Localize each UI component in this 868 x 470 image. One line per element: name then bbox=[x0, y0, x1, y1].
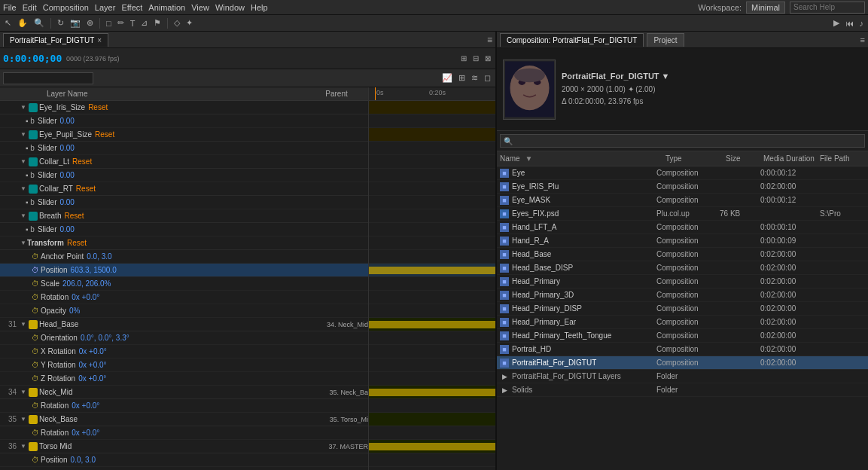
prop-eye-pupil-slider[interactable]: ▪ b Slider 0.00 bbox=[0, 142, 368, 155]
layer-search-input[interactable] bbox=[3, 72, 93, 84]
hb-zrot-sw[interactable]: ⏱ bbox=[32, 374, 39, 383]
proj-item-9[interactable]: ■ Head_Primary Composition 0:02:00:00 bbox=[497, 275, 868, 288]
proj-item-2[interactable]: ■ Eye_IRIS_Plu Composition 0:02:00:00 bbox=[497, 180, 868, 194]
timeline-tab[interactable]: PortraitFlat_For_DIGTUT × bbox=[3, 33, 108, 47]
tm-pos-sw[interactable]: ⏱ bbox=[32, 456, 39, 464]
anchor-stopwatch[interactable]: ⏱ bbox=[32, 252, 39, 261]
shape-tool[interactable]: ◇ bbox=[172, 18, 181, 28]
prop-hb-zrot[interactable]: ⏱ Z Rotation 0x +0.0° bbox=[0, 372, 368, 386]
brush-tool[interactable]: ⊿ bbox=[139, 18, 149, 28]
prop-collar-lt-slider[interactable]: ▪ b Slider 0.00 bbox=[0, 169, 368, 182]
prop-scale[interactable]: ⏱ Scale 206.0, 206.0% bbox=[0, 277, 368, 291]
layer-transform[interactable]: Transform Reset bbox=[0, 237, 368, 250]
layer-eye-pupil-size[interactable]: Eye_Pupil_Size Reset bbox=[0, 128, 368, 142]
proj-item-11[interactable]: ■ Head_Primary_DISP Composition 0:02:00:… bbox=[497, 302, 868, 316]
prop-hb-yrot[interactable]: ⏱ Y Rotation 0x +0.0° bbox=[0, 359, 368, 372]
hb-orient-sw[interactable]: ⏱ bbox=[32, 334, 39, 342]
prop-hb-orient[interactable]: ⏱ Orientation 0.0°, 0.0°, 3.3° bbox=[0, 331, 368, 345]
mask-tool[interactable]: □ bbox=[105, 19, 113, 28]
clone-tool[interactable]: ⚑ bbox=[152, 18, 163, 28]
tab-project[interactable]: Project bbox=[647, 33, 684, 47]
layer-neck-mid[interactable]: 34 Neck_Mid 35. Neck_Ba bbox=[0, 386, 368, 399]
prop-rotation[interactable]: ⏱ Rotation 0x +0.0° bbox=[0, 291, 368, 304]
preview-audio[interactable]: ♪ bbox=[858, 19, 866, 28]
proj-item-16[interactable]: ▶ PortraitFlat_For_DIGTUT Layers Folder bbox=[497, 370, 868, 383]
workspace-selector[interactable]: Minimal bbox=[746, 2, 785, 14]
proj-item-12[interactable]: ■ Head_Primary_Ear Composition 0:02:00:0… bbox=[497, 316, 868, 329]
layer-breath[interactable]: Breath Reset bbox=[0, 209, 368, 223]
zoom-tool[interactable]: 🔍 bbox=[32, 18, 46, 28]
tab-menu-button[interactable]: ≡ bbox=[487, 35, 492, 45]
transform-reset[interactable]: Reset bbox=[67, 239, 87, 247]
prop-anchor-point[interactable]: ⏱ Anchor Point 0.0, 3.0 bbox=[0, 250, 368, 264]
prop-opacity[interactable]: ⏱ Opacity 0% bbox=[0, 304, 368, 318]
timeline-ctrl-2[interactable]: ⊟ bbox=[471, 54, 480, 63]
timeline-ctrl-3[interactable]: ⊠ bbox=[483, 54, 492, 63]
layer-torso-mid[interactable]: 36 Torso Mid 37. MASTER bbox=[0, 440, 368, 453]
camera-tool[interactable]: 📷 bbox=[69, 18, 82, 28]
pen-tool[interactable]: ✏ bbox=[116, 18, 126, 28]
switches-btn[interactable]: ⊞ bbox=[457, 73, 467, 83]
eye-pupil-twist[interactable] bbox=[20, 131, 27, 139]
proj-item-1[interactable]: ■ Eye Composition 0:00:00:12 bbox=[497, 166, 868, 180]
torso-mid-twist[interactable] bbox=[20, 443, 27, 450]
proj-item-13[interactable]: ■ Head_Primary_Teeth_Tongue Composition … bbox=[497, 329, 868, 343]
motion-blur-btn[interactable]: ≋ bbox=[470, 73, 480, 83]
breath-reset[interactable]: Reset bbox=[64, 212, 84, 220]
prop-tm-pos[interactable]: ⏱ Position 0.0, 3.0 bbox=[0, 453, 368, 467]
layer-head-base[interactable]: 31 Head_Base 34. Neck_Mid bbox=[0, 318, 368, 331]
proj-item-15[interactable]: ■ PortraitFlat_For_DIGTUT Composition 0:… bbox=[497, 356, 868, 370]
menu-edit[interactable]: Edit bbox=[23, 3, 37, 12]
menu-layer[interactable]: Layer bbox=[95, 3, 116, 12]
eye-iris-reset[interactable]: Reset bbox=[88, 103, 108, 111]
prop-breath-slider[interactable]: ▪ b Slider 0.00 bbox=[0, 223, 368, 237]
prop-position[interactable]: ⏱ Position 603.3, 1500.0 bbox=[0, 264, 368, 277]
puppet-tool[interactable]: ✦ bbox=[184, 18, 194, 28]
project-search-input[interactable] bbox=[500, 134, 865, 148]
layer-collar-rt[interactable]: Collar_RT Reset bbox=[0, 182, 368, 196]
proj-item-8[interactable]: ■ Head_Base_DISP Composition 0:02:00:00 bbox=[497, 261, 868, 275]
menu-file[interactable]: File bbox=[3, 3, 17, 12]
prop-eye-iris-slider[interactable]: ▪ b Slider 0.00 bbox=[0, 114, 368, 128]
hb-xrot-sw[interactable]: ⏱ bbox=[32, 347, 39, 356]
proj-item-4[interactable]: ■ Eyes_FIX.psd Plu.col.up 76 KB S:\Pro bbox=[497, 207, 868, 221]
collar-rt-twist[interactable] bbox=[20, 185, 27, 193]
head-base-twist[interactable] bbox=[20, 321, 27, 328]
proj-item-7[interactable]: ■ Head_Base Composition 0:02:00:00 bbox=[497, 248, 868, 261]
layer-collar-lt[interactable]: Collar_Lt Reset bbox=[0, 155, 368, 169]
menu-window[interactable]: Window bbox=[215, 3, 245, 12]
menu-effect[interactable]: Effect bbox=[121, 3, 142, 12]
opacity-stopwatch[interactable]: ⏱ bbox=[32, 307, 39, 315]
timeline-ctrl-1[interactable]: ⊞ bbox=[459, 54, 468, 63]
proj-item-14[interactable]: ■ Portrait_HD Composition 0:02:00:00 bbox=[497, 343, 868, 356]
search-help-input[interactable] bbox=[790, 2, 865, 14]
menu-view[interactable]: View bbox=[191, 3, 209, 12]
scale-stopwatch[interactable]: ⏱ bbox=[32, 279, 39, 288]
collar-rt-reset[interactable]: Reset bbox=[76, 185, 96, 193]
prop-collar-rt-slider[interactable]: ▪ b Slider 0.00 bbox=[0, 196, 368, 209]
preview-controls[interactable]: ⏮ bbox=[844, 19, 855, 28]
right-panel-menu[interactable]: ≡ bbox=[860, 35, 865, 44]
proj-item-3[interactable]: ■ Eye_MASK Composition 0:00:00:12 bbox=[497, 194, 868, 207]
prop-nb-rot[interactable]: ⏱ Rotation 0x +0.0° bbox=[0, 426, 368, 440]
arrow-tool[interactable]: ↖ bbox=[3, 18, 13, 28]
rotation-stopwatch[interactable]: ⏱ bbox=[32, 293, 39, 301]
tab-composition[interactable]: Composition: PortraitFlat_For_DIGTUT bbox=[500, 33, 644, 47]
position-stopwatch[interactable]: ⏱ bbox=[32, 266, 39, 274]
transform-twist[interactable] bbox=[20, 240, 27, 247]
preview-play[interactable]: ▶ bbox=[832, 18, 841, 28]
timeline-tab-close[interactable]: × bbox=[97, 36, 102, 44]
timecode-display[interactable]: 0:00:00;00 bbox=[3, 53, 63, 64]
prop-tm-rot[interactable]: ⏱ Rotation 0x +0.0° bbox=[0, 467, 368, 470]
proj-item-10[interactable]: ■ Head_Primary_3D Composition 0:02:00:00 bbox=[497, 288, 868, 302]
graph-editor-btn[interactable]: 📈 bbox=[440, 73, 454, 83]
proj-item-6[interactable]: ■ Hand_R_A Composition 0:00:00:09 bbox=[497, 234, 868, 248]
collar-lt-twist[interactable] bbox=[20, 158, 27, 166]
layer-neck-base[interactable]: 35 Neck_Base 35. Torso_Mi bbox=[0, 413, 368, 426]
nb-rot-sw[interactable]: ⏱ bbox=[32, 429, 39, 437]
eye-iris-twist[interactable] bbox=[20, 104, 27, 111]
text-tool[interactable]: T bbox=[129, 19, 137, 28]
prop-hb-xrot[interactable]: ⏱ X Rotation 0x +0.0° bbox=[0, 345, 368, 359]
proj-item-17[interactable]: ▶ Solids Folder bbox=[497, 383, 868, 397]
layer-eye-iris-size[interactable]: Eye_Iris_Size Reset bbox=[0, 101, 368, 114]
